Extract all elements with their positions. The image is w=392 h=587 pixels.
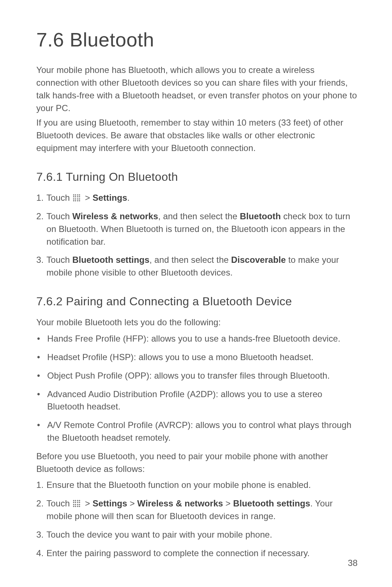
bullet-text: Headset Profile (HSP): allows you to use… (47, 351, 358, 364)
svg-point-2 (77, 195, 78, 196)
svg-point-4 (73, 196, 74, 197)
step-marker: 1. (36, 479, 46, 492)
step-text: Touch Wireless & networks, and then sele… (46, 210, 358, 248)
svg-point-12 (73, 200, 74, 201)
bullet-item: • A/V Remote Control Profile (AVRCP): al… (36, 419, 358, 444)
bold: Discoverable (231, 255, 286, 265)
svg-point-19 (79, 500, 80, 501)
text: Touch (46, 193, 72, 203)
step-762-4: 4. Enter the pairing password to complet… (36, 547, 358, 560)
bullet-item: • Advanced Audio Distribution Profile (A… (36, 388, 358, 413)
text: , and then select the (150, 255, 231, 265)
text: , and then select the (158, 211, 240, 221)
step-761-2: 2. Touch Wireless & networks, and then s… (36, 210, 358, 248)
bold: Wireless & networks (137, 498, 223, 508)
subsection-762-heading: 7.6.2 Pairing and Connecting a Bluetooth… (36, 293, 358, 310)
svg-point-20 (73, 502, 74, 503)
text: Touch (46, 211, 72, 221)
svg-point-7 (79, 196, 80, 197)
svg-point-26 (77, 504, 78, 505)
step-text: Ensure that the Bluetooth function on yo… (46, 479, 358, 492)
text: Touch (46, 498, 72, 508)
svg-point-5 (75, 196, 76, 197)
svg-point-18 (77, 500, 78, 501)
step-marker: 3. (36, 529, 46, 541)
bold: Bluetooth settings (233, 498, 310, 508)
steps-761: 1. Touch > Settings. 2. Touch Wireless &… (36, 192, 358, 279)
text: . (127, 193, 130, 203)
svg-point-10 (77, 199, 78, 200)
bold: Bluetooth (240, 211, 281, 221)
step-text: Touch Bluetooth settings, and then selec… (46, 254, 358, 279)
svg-point-25 (75, 504, 76, 505)
step-text: Touch the device you want to pair with y… (46, 529, 358, 541)
bullet-marker: • (36, 333, 47, 345)
intro-paragraph-1: Your mobile phone has Bluetooth, which a… (36, 64, 358, 114)
bullets-762: • Hands Free Profile (HFP): allows you t… (36, 333, 358, 444)
bullet-text: Object Push Profile (OPP): allows you to… (47, 370, 358, 382)
svg-point-24 (73, 504, 74, 505)
step-text: Touch > Settings > Wireless & networks >… (46, 497, 358, 523)
bullet-text: Hands Free Profile (HFP): allows you to … (47, 333, 358, 345)
bullet-marker: • (36, 419, 47, 444)
svg-point-21 (75, 502, 76, 503)
svg-point-6 (77, 196, 78, 197)
text: > (82, 193, 93, 203)
step-marker: 4. (36, 547, 46, 560)
text: > (223, 498, 233, 508)
document-page: 7.6 Bluetooth Your mobile phone has Blue… (0, 0, 392, 587)
paragraph-762-lead: Your mobile Bluetooth lets you do the fo… (36, 316, 358, 329)
apps-grid-icon (73, 194, 80, 201)
subsection-761-heading: 7.6.1 Turning On Bluetooth (36, 168, 358, 185)
step-761-3: 3. Touch Bluetooth settings, and then se… (36, 254, 358, 279)
section-title: 7.6 Bluetooth (36, 25, 358, 54)
bullet-item: • Object Push Profile (OPP): allows you … (36, 370, 358, 382)
bullet-marker: • (36, 388, 47, 413)
step-marker: 3. (36, 254, 46, 279)
svg-point-3 (79, 195, 80, 196)
step-marker: 1. (36, 192, 46, 204)
paragraph-762-lead2: Before you use Bluetooth, you need to pa… (36, 450, 358, 476)
step-marker: 2. (36, 210, 46, 248)
bullet-text: A/V Remote Control Profile (AVRCP): allo… (47, 419, 358, 444)
svg-point-1 (75, 195, 76, 196)
text: > (82, 498, 93, 508)
svg-point-11 (79, 199, 80, 200)
step-text: Enter the pairing password to complete t… (46, 547, 358, 560)
svg-point-14 (77, 200, 78, 201)
svg-point-31 (79, 506, 80, 507)
apps-grid-icon (73, 500, 80, 507)
bold: Settings (93, 193, 127, 203)
bullet-item: • Headset Profile (HSP): allows you to u… (36, 351, 358, 364)
bold: Settings (93, 498, 127, 508)
bullet-marker: • (36, 351, 47, 364)
step-762-3: 3. Touch the device you want to pair wit… (36, 529, 358, 541)
step-762-1: 1. Ensure that the Bluetooth function on… (36, 479, 358, 492)
intro-paragraph-2: If you are using Bluetooth, remember to … (36, 117, 358, 154)
step-762-2: 2. Touch > Settings > Wireless & network… (36, 497, 358, 523)
svg-point-23 (79, 502, 80, 503)
page-number: 38 (348, 557, 358, 570)
text: > (127, 498, 137, 508)
step-761-1: 1. Touch > Settings. (36, 192, 358, 204)
svg-point-22 (77, 502, 78, 503)
svg-point-0 (73, 195, 74, 196)
bullet-text: Advanced Audio Distribution Profile (A2D… (47, 388, 358, 413)
svg-point-13 (75, 200, 76, 201)
svg-point-8 (73, 199, 74, 200)
step-text: Touch > Settings. (46, 192, 358, 204)
bold: Bluetooth settings (72, 255, 149, 265)
svg-point-29 (75, 506, 76, 507)
step-marker: 2. (36, 497, 46, 523)
bullet-marker: • (36, 370, 47, 382)
svg-point-28 (73, 506, 74, 507)
svg-point-27 (79, 504, 80, 505)
bullet-item: • Hands Free Profile (HFP): allows you t… (36, 333, 358, 345)
bold: Wireless & networks (72, 211, 158, 221)
svg-point-17 (75, 500, 76, 501)
steps-762: 1. Ensure that the Bluetooth function on… (36, 479, 358, 559)
svg-point-16 (73, 500, 74, 501)
svg-point-30 (77, 506, 78, 507)
svg-point-9 (75, 199, 76, 200)
text: Touch (46, 255, 72, 265)
